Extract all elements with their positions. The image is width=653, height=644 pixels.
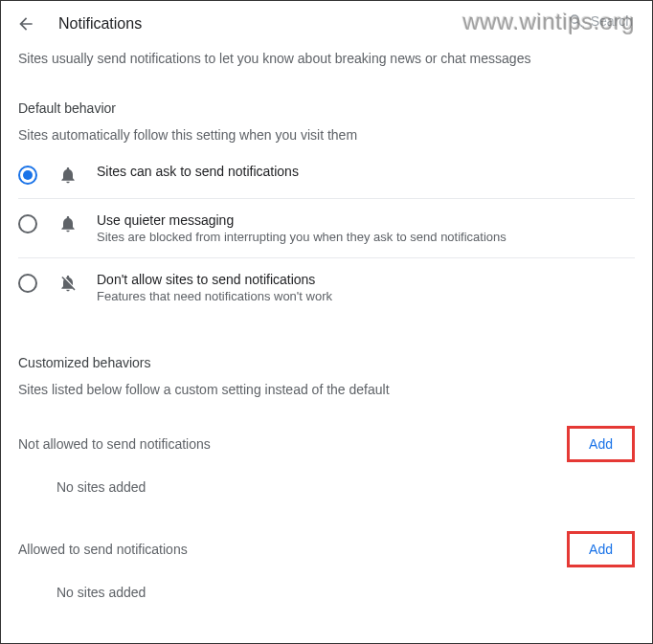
- default-behavior-subtitle: Sites automatically follow this setting …: [18, 127, 635, 143]
- bell-off-icon: [58, 274, 78, 293]
- default-behavior-title: Default behavior: [18, 100, 635, 116]
- add-not-allowed-button[interactable]: Add: [567, 426, 635, 462]
- option-label: Use quieter messaging: [97, 212, 635, 228]
- add-allowed-button[interactable]: Add: [567, 531, 635, 567]
- option-desc: Sites are blocked from interrupting you …: [97, 230, 635, 244]
- radio-selected[interactable]: [18, 166, 37, 185]
- allowed-label: Allowed to send notifications: [18, 542, 188, 557]
- intro-text: Sites usually send notifications to let …: [18, 51, 635, 66]
- not-allowed-label: Not allowed to send notifications: [18, 436, 211, 452]
- option-dont-allow[interactable]: Don't allow sites to send notifications …: [18, 257, 635, 317]
- search-placeholder: Search: [591, 13, 633, 29]
- option-ask-to-send[interactable]: Sites can ask to send notifications: [18, 160, 635, 198]
- custom-behaviors-subtitle: Sites listed below follow a custom setti…: [18, 382, 635, 397]
- bell-icon: [58, 214, 78, 233]
- back-arrow-icon[interactable]: [16, 14, 35, 33]
- radio-unselected[interactable]: [18, 274, 37, 293]
- search-box[interactable]: Search: [568, 12, 633, 30]
- option-quieter-messaging[interactable]: Use quieter messaging Sites are blocked …: [18, 198, 635, 257]
- page-title: Notifications: [58, 15, 142, 33]
- option-label: Don't allow sites to send notifications: [97, 272, 635, 287]
- option-label: Sites can ask to send notifications: [97, 164, 635, 179]
- not-allowed-empty: No sites added: [18, 462, 635, 504]
- radio-unselected[interactable]: [18, 214, 37, 233]
- option-desc: Features that need notifications won't w…: [97, 289, 635, 303]
- default-behavior-options: Sites can ask to send notifications Use …: [18, 160, 635, 317]
- bell-icon: [58, 166, 78, 185]
- allowed-empty: No sites added: [18, 567, 635, 610]
- custom-behaviors-title: Customized behaviors: [18, 355, 635, 370]
- search-icon: [568, 12, 585, 30]
